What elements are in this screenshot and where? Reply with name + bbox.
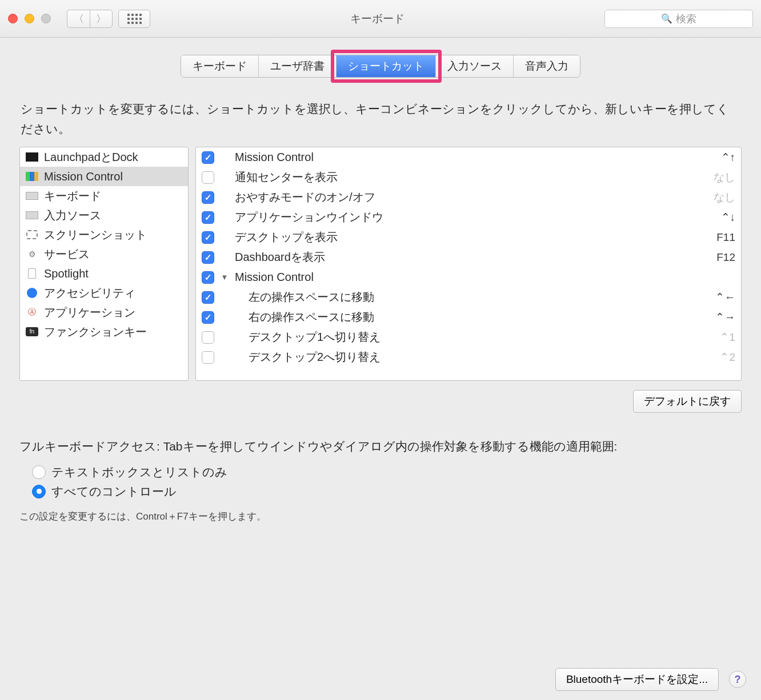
doc-icon: [26, 268, 38, 279]
kb-icon: [26, 210, 38, 220]
kb-icon: [26, 191, 38, 201]
shortcut-checkbox[interactable]: [202, 231, 214, 244]
search-icon: 🔍: [661, 13, 672, 24]
shortcut-label: デスクトップを表示: [235, 230, 711, 245]
shortcut-checkbox[interactable]: [202, 211, 214, 224]
category-list[interactable]: LaunchpadとDockMission Controlキーボード入力ソースス…: [19, 147, 189, 381]
shortcut-checkbox[interactable]: [202, 351, 214, 364]
tab-3[interactable]: 入力ソース: [436, 55, 514, 77]
fn-icon: fn: [26, 327, 38, 337]
restore-defaults-button[interactable]: デフォルトに戻す: [633, 390, 742, 413]
shortcut-label: 通知センターを表示: [235, 170, 708, 185]
shortcut-checkbox[interactable]: [202, 191, 214, 204]
grid-icon: [127, 14, 142, 24]
shortcut-checkbox[interactable]: [202, 331, 214, 344]
disclosure-triangle-icon[interactable]: ▼: [220, 273, 229, 281]
tab-2[interactable]: ショートカット: [337, 55, 436, 77]
shortcut-key[interactable]: ⌃←: [715, 291, 735, 304]
shortcut-label: 左の操作スペースに移動: [235, 289, 710, 305]
shortcut-label: アプリケーションウインドウ: [235, 210, 715, 225]
shortcut-row[interactable]: 左の操作スペースに移動⌃←: [196, 287, 741, 307]
fka-option-textboxes[interactable]: テキストボックスとリストのみ: [32, 464, 742, 480]
category-item[interactable]: キーボード: [20, 186, 188, 206]
shortcut-row[interactable]: デスクトップを表示F11: [196, 227, 741, 247]
window-toolbar: 〈 〉 キーボード 🔍 検索: [0, 0, 761, 38]
shortcut-checkbox[interactable]: [202, 271, 214, 284]
fka-option-all-controls[interactable]: すべてのコントロール: [32, 484, 742, 500]
search-input[interactable]: 🔍 検索: [604, 10, 753, 28]
shortcut-key[interactable]: なし: [714, 190, 735, 205]
category-item[interactable]: Spotlight: [20, 264, 188, 283]
category-label: スクリーンショット: [44, 227, 147, 243]
shortcut-checkbox[interactable]: [202, 311, 214, 324]
category-label: キーボード: [44, 188, 101, 204]
shortcut-checkbox[interactable]: [202, 151, 214, 164]
help-button[interactable]: ?: [729, 671, 746, 688]
shortcut-row[interactable]: Mission Control⌃↑: [196, 147, 741, 167]
category-label: Mission Control: [44, 170, 123, 183]
radio-label: すべてのコントロール: [51, 484, 177, 500]
shortcut-row[interactable]: デスクトップ2へ切り替え⌃2: [196, 347, 741, 367]
shortcut-checkbox[interactable]: [202, 251, 214, 264]
shortcut-list[interactable]: Mission Control⌃↑通知センターを表示なしおやすみモードのオン/オ…: [195, 147, 742, 381]
category-item[interactable]: Mission Control: [20, 167, 188, 186]
window-title: キーボード: [156, 11, 599, 26]
category-label: LaunchpadとDock: [44, 150, 138, 165]
tab-0[interactable]: キーボード: [181, 55, 259, 77]
shortcut-checkbox[interactable]: [202, 171, 214, 184]
forward-button[interactable]: 〉: [90, 10, 113, 28]
minimize-window-button[interactable]: [25, 14, 34, 23]
shortcut-key[interactable]: F12: [716, 251, 735, 264]
category-label: アプリケーション: [44, 305, 135, 320]
category-label: Spotlight: [44, 267, 89, 280]
category-item[interactable]: スクリーンショット: [20, 225, 188, 244]
shortcut-key[interactable]: F11: [716, 231, 735, 244]
shortcut-key[interactable]: ⌃↓: [721, 211, 736, 224]
category-item[interactable]: LaunchpadとDock: [20, 147, 188, 167]
traffic-lights: [8, 14, 51, 23]
bluetooth-keyboard-button[interactable]: Bluetoothキーボードを設定...: [555, 668, 719, 691]
close-window-button[interactable]: [8, 14, 18, 23]
shortcut-label: デスクトップ1へ切り替え: [235, 329, 714, 345]
shortcut-key[interactable]: なし: [714, 170, 735, 185]
chevron-left-icon: 〈: [74, 12, 84, 26]
shortcut-key[interactable]: ⌃→: [715, 311, 735, 324]
shortcut-label: Mission Control: [235, 151, 715, 164]
acc-icon: [26, 288, 38, 298]
shortcut-row[interactable]: アプリケーションウインドウ⌃↓: [196, 207, 741, 227]
shortcut-row[interactable]: 通知センターを表示なし: [196, 167, 741, 187]
shortcut-key[interactable]: ⌃1: [720, 331, 735, 344]
category-item[interactable]: fnファンクションキー: [20, 322, 188, 341]
shortcut-label: 右の操作スペースに移動: [235, 309, 710, 325]
radio-icon: [32, 485, 46, 498]
fka-description: フルキーボードアクセス: Tabキーを押してウインドウやダイアログ内の操作対象を…: [19, 437, 742, 456]
category-label: サービス: [44, 247, 90, 262]
category-item[interactable]: アクセシビリティ: [20, 283, 188, 303]
shortcut-label: Mission Control: [235, 271, 730, 284]
shortcut-checkbox[interactable]: [202, 291, 214, 304]
show-all-button[interactable]: [118, 10, 150, 28]
back-button[interactable]: 〈: [67, 10, 90, 28]
radio-icon: [32, 465, 46, 479]
app-icon: Ⓐ: [26, 307, 38, 317]
shortcut-row[interactable]: ▼Mission Control: [196, 267, 741, 287]
shortcut-key[interactable]: ⌃↑: [721, 151, 736, 164]
category-item[interactable]: ⚙サービス: [20, 244, 188, 264]
shortcut-row[interactable]: Dashboardを表示F12: [196, 247, 741, 267]
category-item[interactable]: Ⓐアプリケーション: [20, 303, 188, 322]
fka-hint: この設定を変更するには、Control＋F7キーを押します。: [19, 510, 742, 523]
tab-4[interactable]: 音声入力: [514, 55, 580, 77]
ss-icon: [26, 230, 38, 240]
shortcut-row[interactable]: デスクトップ1へ切り替え⌃1: [196, 327, 741, 347]
category-item[interactable]: 入力ソース: [20, 206, 188, 225]
chevron-right-icon: 〉: [96, 12, 106, 26]
shortcut-row[interactable]: おやすみモードのオン/オフなし: [196, 187, 741, 207]
tab-bar: キーボードユーザ辞書ショートカット入力ソース音声入力: [19, 55, 742, 78]
tab-1[interactable]: ユーザ辞書: [259, 55, 337, 77]
category-label: ファンクションキー: [44, 324, 147, 340]
shortcut-key[interactable]: ⌃2: [720, 351, 735, 364]
shortcut-label: デスクトップ2へ切り替え: [235, 349, 714, 365]
category-label: 入力ソース: [44, 208, 101, 223]
shortcut-row[interactable]: 右の操作スペースに移動⌃→: [196, 307, 741, 327]
launchpad-icon: [26, 152, 38, 162]
